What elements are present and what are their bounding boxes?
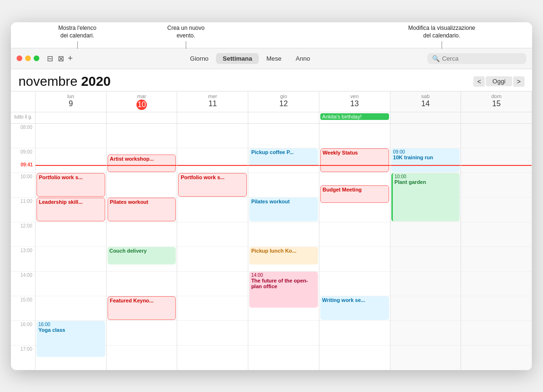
time-grid: 08:0009:0010:0011:0012:0013:0014:0015:00… [11,124,532,370]
time-slot-8: 08:00 [11,124,36,148]
hour-cell-6-14[interactable] [461,272,532,296]
event-14[interactable]: 10:00Plant garden [391,173,460,221]
hour-cell-3-12[interactable] [248,222,319,247]
hour-cell-6-8[interactable] [461,124,532,148]
hour-cell-3-17[interactable] [248,346,319,370]
hour-cell-0-9[interactable] [36,148,106,173]
hour-cell-6-12[interactable] [461,222,532,247]
event-4[interactable]: Pilates workout [108,198,176,221]
event-7[interactable]: Pickup lunch Ko... [249,247,318,264]
hour-cell-3-8[interactable] [248,124,319,148]
hour-cell-4-16[interactable] [319,321,390,346]
hour-cell-4-12[interactable] [319,222,390,247]
hour-cell-2-9[interactable] [177,148,248,173]
event-13[interactable]: 09:0010K training run [391,148,460,172]
allday-label: tutto il g. [11,112,36,123]
hour-cell-2-11[interactable] [177,198,248,222]
hour-cell-0-12[interactable] [36,222,106,247]
next-week-button[interactable]: > [513,76,525,87]
time-slot-14: 14:00 [11,272,36,296]
hour-cell-3-16[interactable] [248,321,319,346]
day-header-6: dom 15 [461,91,532,112]
calendar-list-icon[interactable]: ⊟ [47,54,53,63]
hour-cell-4-13[interactable] [319,247,390,272]
event-3[interactable]: Leadership skill... [36,198,105,221]
event-0[interactable]: Artist workshop... [108,155,176,172]
hour-cell-2-13[interactable] [177,247,248,272]
tab-week[interactable]: Settimana [216,53,259,64]
prev-week-button[interactable]: < [473,76,485,87]
hour-cell-5-12[interactable] [390,222,461,247]
hour-cell-0-14[interactable] [36,272,106,296]
event-9[interactable]: Weekly Status [320,148,389,172]
hour-cell-5-8[interactable] [390,124,461,148]
today-button[interactable]: Oggi [486,76,512,86]
add-event-button[interactable]: + [68,54,73,64]
tab-year[interactable]: Anno [289,53,317,64]
event-5[interactable]: Pickup coffee P... [249,148,318,166]
event-15[interactable]: Couch delivery [108,247,176,264]
hour-cell-5-16[interactable] [390,321,461,346]
day-header-5: sab 14 [390,91,462,112]
hour-cell-1-16[interactable] [107,321,177,346]
hour-cell-4-17[interactable] [319,346,390,370]
search-box[interactable]: 🔍 [427,53,526,64]
tab-day[interactable]: Giorno [183,53,215,64]
hour-cell-5-17[interactable] [390,346,461,370]
hour-cell-0-13[interactable] [36,247,106,272]
hour-cell-1-12[interactable] [107,222,177,247]
event-1[interactable]: Portfolio work s... [36,173,105,197]
time-slot-11: 11:00 [11,198,36,222]
hour-cell-6-17[interactable] [461,346,532,370]
time-slot-9: 09:00 [11,148,36,173]
hour-cell-0-8[interactable] [36,124,106,148]
close-button[interactable] [17,55,22,61]
hour-cell-4-8[interactable] [319,124,390,148]
hour-cell-6-16[interactable] [461,321,532,346]
search-input[interactable] [442,55,522,62]
event-16[interactable]: Featured Keyno... [108,296,176,320]
hour-cell-2-12[interactable] [177,222,248,247]
event-6[interactable]: Pilates workout [249,198,318,221]
event-title-13: 10K training run [393,155,458,160]
hour-cell-2-14[interactable] [177,272,248,296]
day-header-3: gio 12 [248,91,319,112]
event-18[interactable]: 16:00Yoga class [36,321,105,357]
hour-cell-2-16[interactable] [177,321,248,346]
hour-cell-5-14[interactable] [390,272,461,296]
event-8[interactable]: 14:00The future of the open-plan office [249,272,318,308]
event-title-14: Plant garden [395,179,458,185]
hour-cell-4-14[interactable] [319,272,390,296]
event-title-9: Weekly Status [323,150,387,155]
hour-cell-1-8[interactable] [107,124,177,148]
hour-cell-6-9[interactable] [461,148,532,173]
time-slot-15: 15:00 [11,296,36,321]
hour-cell-6-11[interactable] [461,198,532,222]
event-title-1: Portfolio work s... [39,174,103,180]
hour-cell-6-15[interactable] [461,296,532,321]
hour-cell-1-17[interactable] [107,346,177,370]
tab-month[interactable]: Mese [260,53,288,64]
event-10[interactable]: Budget Meeting [320,185,389,203]
hour-cell-6-10[interactable] [461,173,532,198]
hour-cell-2-8[interactable] [177,124,248,148]
hour-cell-1-10[interactable] [107,173,177,198]
time-slot-16: 16:00 [11,321,36,346]
event-11[interactable]: Writing work se... [320,296,389,320]
event-title-6: Pilates workout [251,199,316,204]
event-2[interactable]: Portfolio work s... [178,173,247,197]
maximize-button[interactable] [34,55,39,61]
hour-cell-2-15[interactable] [177,296,248,321]
hour-cell-1-14[interactable] [107,272,177,296]
day-col-0: Portfolio work s...Leadership skill...16… [36,124,107,370]
hour-cell-5-15[interactable] [390,296,461,321]
month-title: novembre 2020 [18,74,111,89]
hour-cell-3-10[interactable] [248,173,319,198]
hour-cell-0-15[interactable] [36,296,106,321]
hour-cell-2-17[interactable] [177,346,248,370]
hour-cell-5-13[interactable] [390,247,461,272]
minimize-button[interactable] [25,55,31,61]
hour-cell-6-13[interactable] [461,247,532,272]
inbox-icon[interactable]: ⊠ [58,54,64,63]
allday-event-birthday[interactable]: Ankita's birthday! [320,113,389,120]
